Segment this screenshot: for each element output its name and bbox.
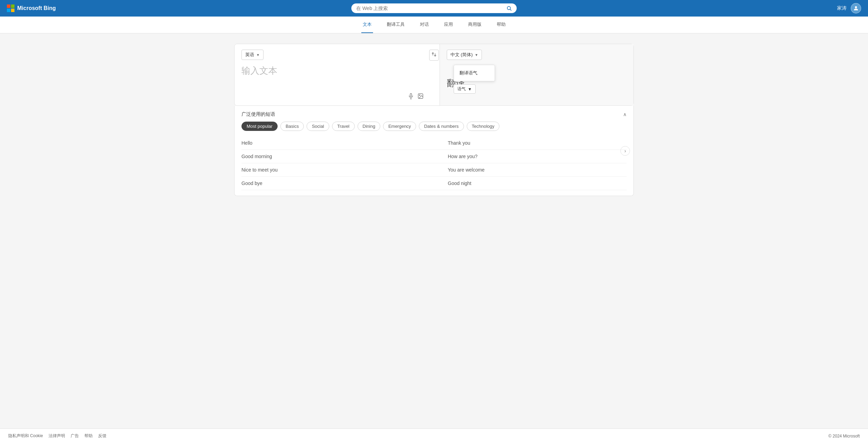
mic-icon — [408, 93, 414, 99]
phrases-collapse-button[interactable]: ∧ — [623, 112, 627, 117]
phrases-section: 广泛使用的短语 ∧ Most popular Basics Social Tra… — [234, 106, 634, 196]
footer-copyright: © 2024 Microsoft — [828, 434, 860, 439]
search-button[interactable] — [506, 6, 512, 11]
source-lang-selector[interactable]: 英语 ▼ — [241, 50, 264, 60]
nav-item-text[interactable]: 文本 — [361, 17, 373, 33]
phrase-good-night[interactable]: Good night — [434, 177, 627, 190]
translator-card: 英语 ▼ 输入文本 — [234, 44, 634, 106]
main-content: 英语 ▼ 输入文本 — [227, 33, 641, 429]
phrase-how-are-you[interactable]: How are you? — [434, 150, 627, 163]
phrase-good-morning[interactable]: Good morning — [241, 150, 434, 163]
svg-point-0 — [507, 7, 510, 10]
tone-dropdown-item[interactable]: 翻译语气 — [454, 67, 495, 79]
nav-item-help[interactable]: 帮助 — [495, 17, 507, 33]
tone-dropdown: 翻译语气 — [454, 65, 495, 81]
phrases-right-arrow-button[interactable]: › — [620, 146, 630, 156]
tone-button[interactable]: 语气 ▼ — [454, 84, 476, 94]
pill-social[interactable]: Social — [307, 122, 329, 131]
target-panel: 中文 (简体) ▼ 翻译 翻译语气 语气 ▼ — [440, 44, 633, 105]
collapse-icon: ∧ — [623, 112, 627, 117]
swap-button[interactable] — [429, 50, 439, 61]
target-lang-selector[interactable]: 中文 (简体) ▼ — [447, 50, 482, 60]
image-translate-button[interactable] — [417, 93, 424, 101]
footer-link-help[interactable]: 帮助 — [84, 433, 93, 439]
source-input-placeholder[interactable]: 输入文本 — [241, 65, 422, 77]
logo-text: Microsoft Bing — [17, 5, 56, 11]
search-bar-wrap — [351, 3, 517, 13]
nav-item-dialog[interactable]: 对话 — [418, 17, 430, 33]
nav-item-apps[interactable]: 应用 — [443, 17, 454, 33]
tone-chevron: ▼ — [468, 87, 472, 92]
user-name: 家涛 — [837, 5, 847, 11]
footer-link-legal[interactable]: 法律声明 — [49, 433, 65, 439]
user-avatar[interactable] — [851, 3, 861, 13]
footer: 隐私声明和 Cookie 法律声明 广告 帮助 反馈 © 2024 Micros… — [0, 429, 868, 443]
pill-technology[interactable]: Technology — [467, 122, 500, 131]
phrase-you-are-welcome[interactable]: You are welcome — [434, 163, 627, 177]
tone-label: 语气 — [457, 86, 466, 92]
avatar-icon — [853, 5, 859, 11]
pill-emergency[interactable]: Emergency — [383, 122, 416, 131]
search-input[interactable] — [356, 6, 504, 11]
right-arrow-icon: › — [624, 148, 626, 154]
search-icon — [506, 6, 512, 11]
phrase-good-bye[interactable]: Good bye — [241, 177, 434, 190]
translator-divider — [428, 44, 440, 105]
footer-link-ads[interactable]: 广告 — [71, 433, 79, 439]
svg-line-1 — [510, 9, 512, 11]
swap-icon — [431, 52, 437, 57]
pill-travel[interactable]: Travel — [332, 122, 355, 131]
category-pills: Most popular Basics Social Travel Dining… — [241, 122, 627, 131]
footer-links: 隐私声明和 Cookie 法律声明 广告 帮助 反馈 — [8, 433, 106, 439]
search-bar — [351, 3, 517, 13]
nav-item-enterprise[interactable]: 商用版 — [467, 17, 483, 33]
tone-area: 翻译语气 语气 ▼ — [454, 84, 633, 94]
phrases-title: 广泛使用的短语 — [241, 111, 275, 117]
header-right: 家涛 — [837, 3, 861, 13]
header: Microsoft Bing 家涛 — [0, 0, 868, 17]
pill-dining[interactable]: Dining — [358, 122, 381, 131]
phrase-thank-you[interactable]: Thank you — [434, 136, 627, 150]
source-panel: 英语 ▼ 输入文本 — [235, 44, 428, 105]
nav-item-tools[interactable]: 翻译工具 — [385, 17, 406, 33]
source-lang-label: 英语 — [245, 52, 254, 58]
phrase-list: Hello Thank you Good morning How are you… — [241, 136, 627, 190]
bing-logo-squares — [7, 4, 14, 12]
phrase-nice-to-meet-you[interactable]: Nice to meet you — [241, 163, 434, 177]
nav-bar: 文本 翻译工具 对话 应用 商用版 帮助 — [0, 17, 868, 33]
target-lang-chevron: ▼ — [475, 53, 478, 57]
svg-point-2 — [855, 6, 857, 8]
footer-link-feedback[interactable]: 反馈 — [98, 433, 106, 439]
svg-rect-3 — [410, 94, 412, 96]
phrases-header: 广泛使用的短语 ∧ — [241, 111, 627, 117]
pill-basics[interactable]: Basics — [280, 122, 304, 131]
phrase-hello[interactable]: Hello — [241, 136, 434, 150]
footer-link-privacy[interactable]: 隐私声明和 Cookie — [8, 433, 43, 439]
source-actions — [408, 93, 424, 101]
image-icon — [417, 93, 424, 99]
svg-point-7 — [419, 95, 420, 95]
pill-most-popular[interactable]: Most popular — [241, 122, 278, 131]
bing-logo[interactable]: Microsoft Bing — [7, 4, 62, 12]
target-lang-label: 中文 (简体) — [451, 52, 473, 58]
source-lang-chevron: ▼ — [256, 53, 260, 57]
mic-button[interactable] — [408, 93, 414, 101]
pill-dates-numbers[interactable]: Dates & numbers — [419, 122, 464, 131]
